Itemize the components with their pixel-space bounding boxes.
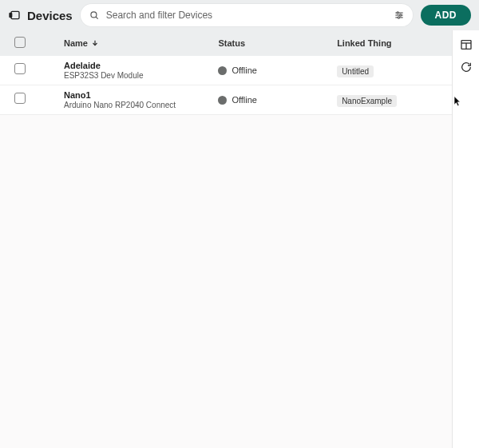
side-toolbar <box>452 30 479 448</box>
device-name: Adelaide <box>64 61 144 70</box>
col-header-linked-thing[interactable]: Linked Thing <box>337 38 444 48</box>
select-all-checkbox[interactable] <box>14 37 26 48</box>
status-dot-icon <box>218 66 227 75</box>
table-row[interactable]: Adelaide ESP32S3 Dev Module Offline Unti… <box>0 56 452 85</box>
refresh-button[interactable] <box>460 61 473 73</box>
device-model: Arduino Nano RP2040 Connect <box>64 101 176 109</box>
filter-icon[interactable] <box>394 10 405 21</box>
status-dot-icon <box>218 96 227 105</box>
search-field[interactable] <box>81 4 413 26</box>
col-header-linked-thing-label: Linked Thing <box>337 38 391 48</box>
devices-icon <box>8 9 21 22</box>
col-header-status[interactable]: Status <box>218 38 337 48</box>
sort-desc-icon <box>91 39 99 47</box>
table-row[interactable]: Nano1 Arduino Nano RP2040 Connect Offlin… <box>0 85 452 115</box>
top-bar: Devices ADD <box>0 0 479 30</box>
svg-point-9 <box>398 17 399 18</box>
page-title-wrap: Devices <box>8 9 73 22</box>
table-header: Name Status Linked Thing <box>0 30 452 56</box>
linked-thing-chip[interactable]: Untitled <box>337 65 374 77</box>
page-title: Devices <box>27 9 73 22</box>
col-header-status-label: Status <box>218 38 245 48</box>
col-header-name[interactable]: Name <box>64 38 218 48</box>
row-checkbox[interactable] <box>14 63 26 74</box>
svg-point-7 <box>399 14 401 16</box>
linked-thing-chip[interactable]: NanoExample <box>337 95 397 107</box>
devices-table: Name Status Linked Thing Adelaide ESP32S… <box>0 30 452 448</box>
search-input[interactable] <box>106 10 387 21</box>
search-icon <box>89 10 100 21</box>
col-header-name-label: Name <box>64 38 88 48</box>
svg-point-5 <box>397 12 398 14</box>
columns-button[interactable] <box>460 38 473 51</box>
svg-rect-1 <box>10 13 12 17</box>
status-text: Offline <box>232 95 257 105</box>
row-checkbox[interactable] <box>14 93 26 104</box>
svg-line-3 <box>96 17 98 19</box>
svg-point-2 <box>91 12 97 18</box>
svg-rect-0 <box>11 11 19 18</box>
add-button[interactable]: ADD <box>421 5 472 26</box>
device-model: ESP32S3 Dev Module <box>64 71 144 80</box>
device-name: Nano1 <box>64 90 176 100</box>
status-text: Offline <box>232 65 257 75</box>
